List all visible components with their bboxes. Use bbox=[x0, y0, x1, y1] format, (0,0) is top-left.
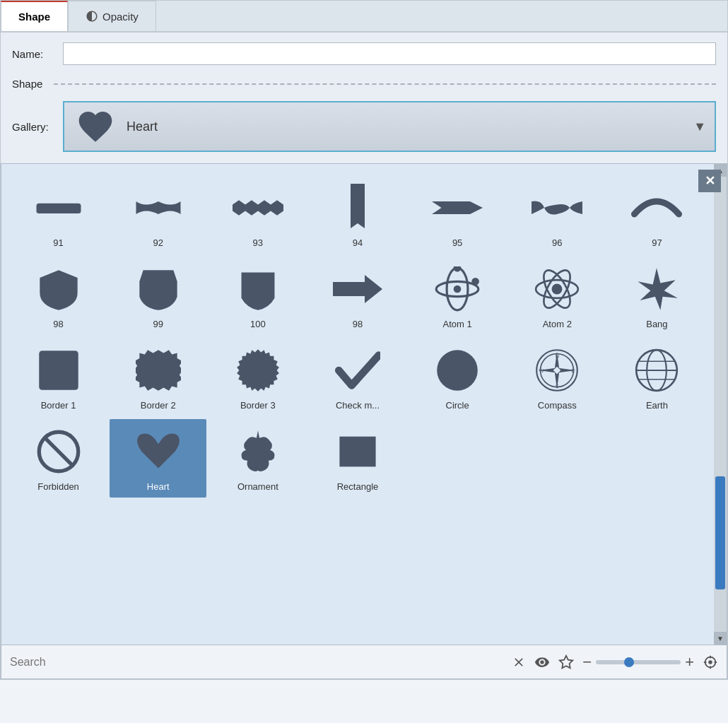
shape-icon-rectangle bbox=[332, 426, 383, 477]
shape-item-94[interactable]: 94 bbox=[309, 175, 406, 254]
zoom-slider-area: − + bbox=[582, 653, 694, 671]
svg-point-11 bbox=[437, 350, 478, 391]
shape-item-circle[interactable]: Circle bbox=[409, 338, 506, 416]
shape-icon-94 bbox=[332, 182, 383, 233]
settings-button[interactable] bbox=[703, 654, 718, 670]
tab-shape-label: Shape bbox=[18, 11, 50, 23]
scrollbar-thumb[interactable] bbox=[715, 476, 725, 589]
svg-text:N: N bbox=[556, 353, 559, 359]
picker-grid-area: 91 92 93 bbox=[1, 164, 714, 645]
shape-item-rectangle[interactable]: Rectangle bbox=[309, 419, 406, 498]
shape-item-atom2[interactable]: Atom 2 bbox=[509, 257, 606, 335]
shape-item-atom1[interactable]: Atom 1 bbox=[409, 257, 506, 335]
shape-item-bang[interactable]: Bang bbox=[609, 257, 705, 335]
shape-label-atom2: Atom 2 bbox=[543, 319, 572, 329]
shape-item-earth[interactable]: Earth bbox=[609, 338, 705, 416]
svg-rect-0 bbox=[36, 204, 81, 213]
shape-label-border3: Border 3 bbox=[240, 400, 276, 411]
tab-shape[interactable]: Shape bbox=[1, 1, 68, 31]
shape-item-ornament[interactable]: Ornament bbox=[209, 419, 306, 498]
shape-item-93[interactable]: 93 bbox=[209, 175, 306, 254]
shape-label-91: 91 bbox=[53, 237, 63, 248]
shape-item-98a[interactable]: 98 bbox=[10, 257, 107, 335]
tab-opacity-label: Opacity bbox=[102, 11, 139, 23]
clear-icon bbox=[512, 655, 526, 669]
svg-point-6 bbox=[552, 284, 563, 295]
zoom-slider[interactable] bbox=[596, 660, 681, 664]
name-row: Name: bbox=[1, 33, 727, 75]
star-button[interactable] bbox=[558, 654, 574, 670]
shape-icon-98a bbox=[33, 264, 84, 315]
shape-label-94: 94 bbox=[353, 237, 363, 248]
shape-item-95[interactable]: 95 bbox=[409, 175, 506, 254]
shape-icon-forbidden bbox=[33, 426, 84, 477]
shape-item-92[interactable]: 92 bbox=[110, 175, 206, 254]
svg-rect-10 bbox=[39, 351, 78, 389]
gallery-label: Gallery: bbox=[12, 121, 54, 133]
gallery-dropdown[interactable]: Heart ▼ bbox=[63, 101, 716, 152]
shape-label-circle: Circle bbox=[446, 400, 469, 411]
scrollbar-down-arrow[interactable]: ▼ bbox=[714, 632, 727, 645]
shape-item-heart[interactable]: Heart bbox=[110, 419, 206, 498]
scrollbar-track: ▲ ▼ bbox=[714, 164, 727, 645]
shape-icon-98b bbox=[332, 264, 383, 315]
svg-rect-29 bbox=[339, 437, 375, 467]
shape-item-border3[interactable]: Border 3 bbox=[209, 338, 306, 416]
eye-button[interactable] bbox=[534, 654, 550, 670]
shape-label-border1: Border 1 bbox=[41, 400, 76, 411]
shape-label-99: 99 bbox=[153, 319, 163, 329]
svg-point-4 bbox=[454, 266, 462, 271]
scrollbar-thumb-area bbox=[714, 177, 727, 632]
shape-label-border2: Border 2 bbox=[141, 400, 176, 411]
shape-item-91[interactable]: 91 bbox=[10, 175, 107, 254]
shape-label-93: 93 bbox=[253, 237, 263, 248]
svg-point-31 bbox=[708, 660, 712, 664]
tab-bar: Shape Opacity bbox=[1, 1, 727, 33]
shape-label-atom1: Atom 1 bbox=[443, 319, 472, 329]
tab-opacity[interactable]: Opacity bbox=[68, 1, 156, 31]
svg-point-1 bbox=[454, 286, 462, 293]
shape-label-ornament: Ornament bbox=[237, 481, 278, 492]
shape-icon-atom2 bbox=[532, 264, 582, 315]
shape-item-100[interactable]: 100 bbox=[209, 257, 306, 335]
gallery-heart-icon bbox=[76, 107, 115, 146]
shape-icon-91 bbox=[33, 182, 84, 233]
search-bar-icons: − + bbox=[512, 653, 718, 671]
shape-label-checkmark: Check m... bbox=[336, 400, 380, 411]
search-clear-button[interactable] bbox=[512, 655, 526, 669]
shape-label-compass: Compass bbox=[538, 400, 577, 411]
shape-item-96[interactable]: 96 bbox=[509, 175, 606, 254]
shape-item-border1[interactable]: Border 1 bbox=[10, 338, 107, 416]
zoom-minus-button[interactable]: − bbox=[582, 653, 592, 671]
search-input[interactable] bbox=[10, 656, 506, 669]
shape-item-border2[interactable]: Border 2 bbox=[110, 338, 206, 416]
name-input[interactable] bbox=[63, 42, 716, 65]
gallery-selected-label: Heart bbox=[127, 119, 158, 134]
shape-item-98b[interactable]: 98 bbox=[309, 257, 406, 335]
shape-icon-100 bbox=[233, 264, 283, 315]
shape-icon-ornament bbox=[233, 426, 283, 477]
eye-icon bbox=[534, 654, 550, 670]
zoom-plus-button[interactable]: + bbox=[685, 653, 694, 671]
shape-icon-96 bbox=[532, 182, 582, 233]
shape-item-compass[interactable]: N S W E Compass bbox=[509, 338, 606, 416]
shape-item-checkmark[interactable]: Check m... bbox=[309, 338, 406, 416]
close-icon: ✕ bbox=[705, 173, 715, 189]
shape-label-98a: 98 bbox=[53, 319, 63, 329]
shape-item-97[interactable]: 97 bbox=[609, 175, 705, 254]
shape-icon-circle bbox=[432, 345, 483, 396]
main-container: Shape Opacity Name: Shape Gallery: Heart… bbox=[0, 0, 728, 680]
shape-label-bang: Bang bbox=[646, 319, 667, 329]
shape-icon-99 bbox=[133, 264, 184, 315]
shape-icon-92 bbox=[133, 182, 184, 233]
shape-label-100: 100 bbox=[250, 319, 266, 329]
shape-grid: 91 92 93 bbox=[10, 175, 705, 498]
close-button[interactable]: ✕ bbox=[698, 170, 721, 192]
svg-text:S: S bbox=[556, 383, 559, 389]
shape-item-99[interactable]: 99 bbox=[110, 257, 206, 335]
zoom-thumb bbox=[624, 657, 634, 667]
search-bar: − + bbox=[1, 645, 727, 678]
gallery-row: Gallery: Heart ▼ bbox=[1, 95, 727, 163]
shape-item-forbidden[interactable]: Forbidden bbox=[10, 419, 107, 498]
shape-icon-95 bbox=[432, 182, 483, 233]
